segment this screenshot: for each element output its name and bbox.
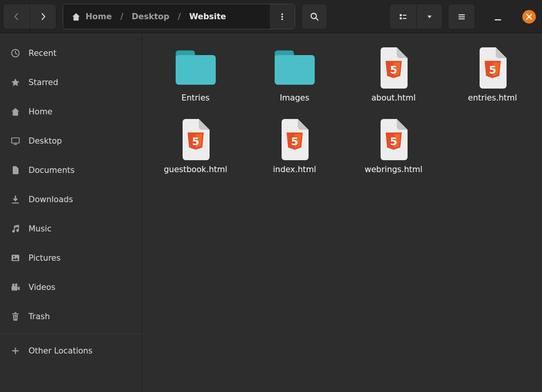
kebab-menu-icon (277, 12, 287, 22)
close-icon (522, 10, 536, 24)
sidebar-item-downloads[interactable]: Downloads (0, 185, 142, 214)
breadcrumb: Home / Desktop / Website (63, 12, 269, 22)
picture-icon (10, 253, 20, 263)
sidebar-item-home[interactable]: Home (0, 97, 142, 126)
sidebar-item-label: Trash (29, 312, 50, 321)
view-dropdown-button[interactable] (417, 4, 442, 29)
breadcrumb-separator: / (178, 12, 181, 21)
html-file-icon: 5 (178, 115, 214, 164)
places-sidebar: Recent Starred Home Desktop Documents (0, 33, 142, 392)
breadcrumb-home[interactable]: Home (86, 12, 112, 21)
hamburger-menu-icon (457, 12, 466, 22)
sidebar-item-label: Other Locations (29, 346, 92, 355)
home-icon (10, 107, 20, 117)
html-file-icon: 5 (475, 43, 511, 92)
view-toggle-button[interactable] (390, 4, 417, 29)
file-name: Entries (181, 93, 210, 102)
svg-text:5: 5 (390, 64, 397, 76)
file-item-images-folder[interactable]: Images (245, 43, 344, 115)
forward-button[interactable] (30, 4, 56, 29)
file-item-index-html[interactable]: 5 index.html (245, 115, 344, 186)
html-file-icon: 5 (376, 115, 412, 164)
search-icon (309, 12, 320, 22)
sidebar-item-pictures[interactable]: Pictures (0, 243, 142, 273)
file-item-entries-html[interactable]: 5 entries.html (443, 43, 542, 115)
file-item-webrings-html[interactable]: 5 webrings.html (344, 115, 443, 186)
trash-icon (10, 312, 20, 322)
folder-icon (274, 43, 315, 92)
window-body: Recent Starred Home Desktop Documents (0, 33, 542, 392)
file-item-about-html[interactable]: 5 about.html (344, 43, 443, 115)
svg-text:5: 5 (489, 64, 496, 76)
list-view-icon (398, 12, 408, 22)
html-file-icon: 5 (277, 115, 313, 164)
music-note-icon (10, 224, 20, 234)
breadcrumb-separator: / (120, 12, 123, 21)
video-camera-icon (10, 282, 20, 292)
sidebar-item-desktop[interactable]: Desktop (0, 126, 142, 156)
file-name: guestbook.html (164, 165, 227, 174)
minimize-icon (495, 19, 501, 20)
file-name: about.html (371, 93, 416, 102)
star-icon (10, 77, 20, 87)
sidebar-item-label: Recent (29, 49, 57, 58)
document-icon (10, 165, 20, 175)
home-icon (71, 12, 81, 22)
sidebar-item-other-locations[interactable]: Other Locations (0, 336, 142, 365)
file-name: webrings.html (365, 165, 423, 174)
breadcrumb-website[interactable]: Website (189, 12, 226, 21)
sidebar-divider (0, 333, 142, 334)
sidebar-item-music[interactable]: Music (0, 214, 142, 243)
sidebar-item-label: Starred (29, 78, 58, 87)
sidebar-item-recent[interactable]: Recent (0, 39, 142, 68)
main-menu-button[interactable] (448, 4, 475, 29)
plus-icon (10, 346, 20, 356)
file-item-entries-folder[interactable]: Entries (146, 43, 245, 115)
sidebar-item-label: Music (29, 224, 52, 233)
location-bar: Home / Desktop / Website (63, 4, 295, 29)
back-button[interactable] (3, 4, 30, 29)
folder-icon (175, 43, 216, 92)
html-file-icon: 5 (376, 43, 412, 92)
file-name: Images (280, 93, 309, 102)
sidebar-item-label: Pictures (29, 253, 60, 263)
file-item-guestbook-html[interactable]: 5 guestbook.html (146, 115, 245, 186)
sidebar-item-label: Videos (29, 283, 55, 292)
desktop-icon (10, 136, 20, 146)
chevron-right-icon (38, 12, 48, 22)
breadcrumb-desktop[interactable]: Desktop (132, 12, 169, 21)
search-button[interactable] (302, 4, 327, 29)
sidebar-item-trash[interactable]: Trash (0, 302, 142, 331)
svg-text:5: 5 (390, 136, 397, 147)
sidebar-item-starred[interactable]: Starred (0, 68, 142, 97)
file-name: entries.html (468, 93, 517, 102)
file-name: index.html (273, 165, 316, 174)
svg-text:5: 5 (192, 136, 199, 147)
sidebar-item-label: Desktop (29, 136, 62, 146)
sidebar-item-label: Documents (29, 166, 75, 175)
view-options-group (389, 4, 442, 29)
sidebar-item-label: Home (29, 107, 52, 116)
sidebar-item-videos[interactable]: Videos (0, 273, 142, 302)
sidebar-item-label: Downloads (29, 195, 73, 204)
file-view: Entries Images (142, 33, 542, 392)
download-icon (10, 194, 20, 204)
minimize-button[interactable] (491, 10, 505, 24)
more-options-button[interactable] (269, 4, 295, 29)
close-button[interactable] (522, 10, 536, 24)
svg-text:5: 5 (291, 136, 298, 147)
dropdown-arrow-icon (425, 12, 434, 21)
sidebar-item-documents[interactable]: Documents (0, 156, 142, 185)
recent-clock-icon (10, 48, 20, 58)
chevron-left-icon (12, 12, 22, 22)
file-grid: Entries Images (146, 43, 542, 186)
header-bar: Home / Desktop / Website (0, 0, 542, 33)
